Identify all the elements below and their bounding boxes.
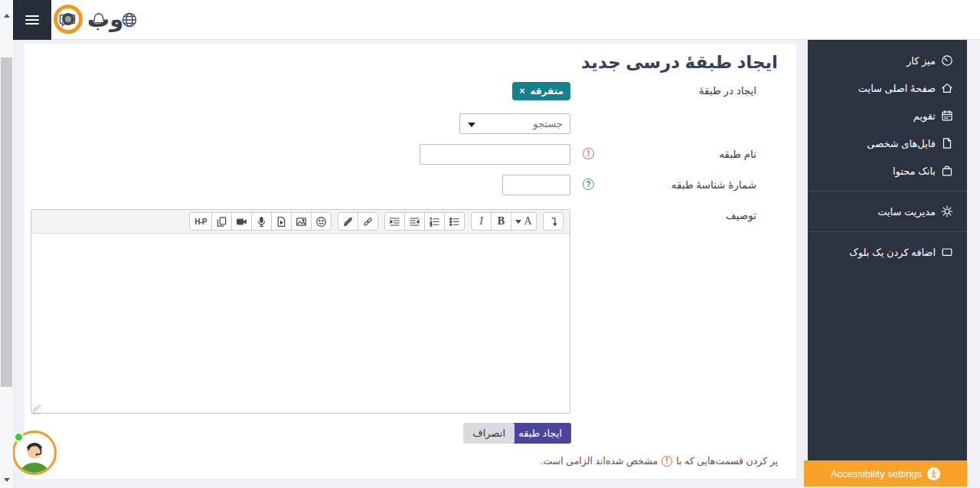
microphone-icon[interactable] <box>251 212 272 231</box>
block-icon <box>941 246 953 258</box>
page-root: وب میز کار صفحهٔ اصلی سایت تقویم فایل‌ها… <box>0 0 980 488</box>
indent-right-icon[interactable] <box>384 212 405 231</box>
bold-button[interactable]: B <box>491 212 511 231</box>
media-doc-icon[interactable] <box>271 212 292 231</box>
sidebar-item-private-files[interactable]: فایل‌های شخصی <box>808 129 967 157</box>
gear-icon <box>941 205 953 218</box>
scroll-down-icon[interactable] <box>4 478 10 482</box>
required-icon: ! <box>662 456 672 467</box>
font-color-label: A <box>524 215 531 228</box>
file-icon <box>941 137 953 149</box>
parent-category-badge[interactable]: متفرقه × <box>512 82 570 100</box>
hamburger-icon <box>25 13 39 27</box>
category-idnumber-input[interactable] <box>502 175 570 195</box>
sidebar-item-label: تقویم <box>913 110 936 122</box>
resize-handle-icon[interactable] <box>33 403 41 411</box>
logo-text: وب <box>87 6 123 32</box>
ordered-list-icon[interactable] <box>424 212 445 231</box>
sidebar-item-site-admin[interactable]: مدیریت سایت <box>808 198 967 225</box>
sidebar-item-add-block[interactable]: اضافه کردن یک بلوک <box>808 238 967 266</box>
emoji-icon[interactable] <box>311 212 332 231</box>
image-icon[interactable] <box>291 212 312 231</box>
scroll-up-icon[interactable] <box>4 14 10 18</box>
sidebar-item-label: میز کار <box>906 55 936 67</box>
h5p-button[interactable]: H-P <box>189 212 212 231</box>
sidebar-divider <box>808 231 967 232</box>
cancel-button[interactable]: انصراف <box>463 423 514 444</box>
category-idnumber-label: شمارهٔ شناسهٔ طبقه <box>671 178 756 191</box>
topbar: وب <box>0 0 980 40</box>
calendar-icon <box>941 110 953 122</box>
help-icon: ? <box>583 178 594 190</box>
badge-label: متفرقه <box>530 86 564 97</box>
video-icon[interactable] <box>231 212 252 231</box>
hamburger-menu-button[interactable] <box>13 0 51 40</box>
create-category-button[interactable]: ایجاد طبقه <box>509 423 571 444</box>
editor-toolbar: H-P <box>31 210 570 234</box>
main-content: ایجاد طبقهٔ درسی جدید ایجاد در طبقهٔ متف… <box>24 44 796 479</box>
font-color-button[interactable]: A <box>511 212 537 231</box>
required-note: پر کردن قسمت‌هایی که با ! مشخص شده‌اند ا… <box>541 455 778 467</box>
copy-files-icon[interactable] <box>211 212 232 231</box>
search-placeholder: جستجو <box>533 118 563 129</box>
required-icon: ! <box>583 148 594 159</box>
sidebar-item-label: اضافه کردن یک بلوک <box>849 247 936 258</box>
category-search-select[interactable]: جستجو <box>459 113 570 134</box>
page-title: ایجاد طبقهٔ درسی جدید <box>581 52 778 73</box>
sidebar: میز کار صفحهٔ اصلی سایت تقویم فایل‌های ش… <box>808 40 967 460</box>
category-name-input[interactable] <box>420 144 570 165</box>
support-chat-button[interactable] <box>11 431 57 477</box>
accessibility-icon <box>927 467 940 480</box>
dashboard-icon <box>941 54 953 67</box>
sidebar-item-label: مدیریت سایت <box>877 206 936 218</box>
page-scrollbar[interactable] <box>0 0 13 488</box>
sidebar-item-label: فایل‌های شخصی <box>867 138 936 149</box>
content-bank-icon <box>941 165 953 177</box>
editor-content-area[interactable] <box>31 234 570 413</box>
accessibility-settings-label: Accessibility settings <box>831 468 922 480</box>
text-direction-icon[interactable] <box>543 212 564 231</box>
unordered-list-icon[interactable] <box>444 212 465 231</box>
sidebar-item-calendar[interactable]: تقویم <box>808 102 967 129</box>
online-status-dot <box>14 432 24 442</box>
sidebar-divider <box>808 191 967 192</box>
caret-down-icon <box>515 220 521 224</box>
required-note-prefix: پر کردن قسمت‌هایی که با <box>676 455 778 467</box>
indent-left-icon[interactable] <box>404 212 425 231</box>
site-logo[interactable]: وب <box>54 5 123 34</box>
logo-swirl-icon <box>54 5 83 34</box>
link-icon[interactable] <box>358 212 378 231</box>
badge-close-icon[interactable]: × <box>519 86 524 97</box>
home-icon <box>941 82 953 94</box>
description-editor: H-P <box>31 209 570 414</box>
italic-button[interactable]: I <box>471 212 492 231</box>
sidebar-item-label: صفحهٔ اصلی سایت <box>858 83 936 94</box>
sidebar-item-dashboard[interactable]: میز کار <box>808 47 967 74</box>
sidebar-item-content-bank[interactable]: بانک محتوا <box>808 157 967 185</box>
required-note-suffix: مشخص شده‌اند الزامی است. <box>541 455 658 467</box>
category-name-label: نام طبقه <box>719 148 756 160</box>
description-label: توصیف <box>726 209 756 221</box>
unlink-icon[interactable] <box>338 212 358 231</box>
accessibility-settings-button[interactable]: Accessibility settings <box>804 460 967 486</box>
scrollbar-thumb[interactable] <box>1 57 12 387</box>
sidebar-item-label: بانک محتوا <box>893 165 936 177</box>
sidebar-item-site-home[interactable]: صفحهٔ اصلی سایت <box>808 74 967 102</box>
select-caret-icon <box>468 123 475 127</box>
parent-category-label: ایجاد در طبقهٔ <box>699 84 756 97</box>
